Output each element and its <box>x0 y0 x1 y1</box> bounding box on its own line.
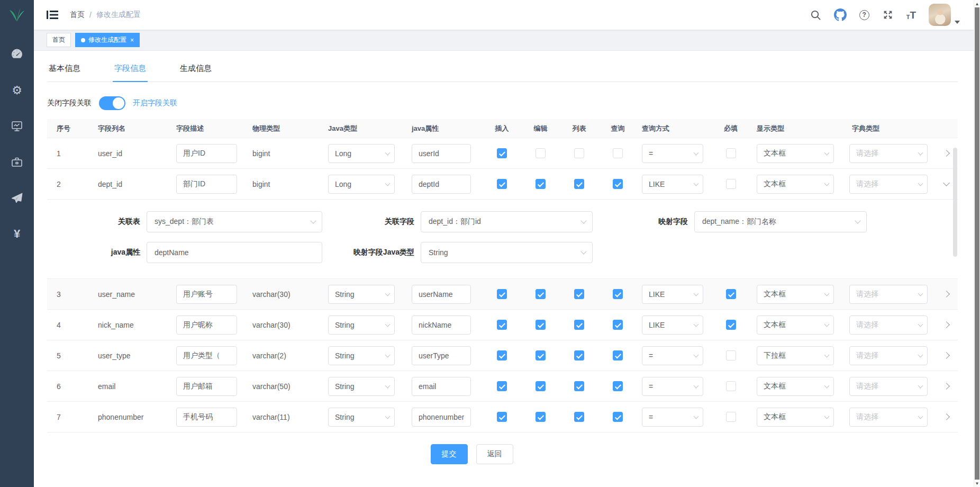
list-checkbox[interactable] <box>574 350 584 360</box>
field-desc-input[interactable] <box>176 144 237 163</box>
list-checkbox[interactable] <box>574 381 584 391</box>
query-checkbox[interactable] <box>613 412 623 422</box>
sidebar-item-monitor[interactable] <box>0 108 34 144</box>
list-checkbox[interactable] <box>574 412 584 422</box>
back-button[interactable]: 返回 <box>476 444 513 464</box>
java-attr-input[interactable] <box>412 377 471 396</box>
scroll-up-icon[interactable]: ▲ <box>974 0 980 7</box>
query-mode-select[interactable]: = <box>642 408 703 427</box>
required-checkbox[interactable] <box>726 381 736 391</box>
submit-button[interactable]: 提交 <box>431 444 468 464</box>
relation-field-select[interactable]: dept_id：部门id <box>421 211 593 232</box>
github-icon[interactable] <box>834 8 847 21</box>
breadcrumb-home[interactable]: 首页 <box>70 10 85 20</box>
app-logo[interactable] <box>0 0 34 30</box>
tab-basic-info[interactable]: 基本信息 <box>47 64 82 82</box>
display-type-select[interactable]: 文本框 <box>757 175 834 194</box>
query-checkbox[interactable] <box>613 148 623 158</box>
insert-checkbox[interactable] <box>497 148 507 158</box>
help-icon[interactable]: ? <box>859 10 869 20</box>
insert-checkbox[interactable] <box>497 320 507 330</box>
close-icon[interactable]: × <box>130 37 134 44</box>
java-attr-input[interactable] <box>412 315 471 335</box>
display-type-select[interactable]: 文本框 <box>757 144 834 163</box>
edit-checkbox[interactable] <box>536 148 546 158</box>
display-type-select[interactable]: 文本框 <box>757 285 834 304</box>
display-type-select[interactable]: 下拉框 <box>757 346 834 365</box>
required-checkbox[interactable] <box>726 320 736 330</box>
dict-type-select[interactable]: 请选择 <box>849 315 928 335</box>
field-desc-input[interactable] <box>176 346 237 365</box>
expand-row-icon[interactable] <box>943 179 950 186</box>
java-attr-input[interactable] <box>412 175 471 194</box>
required-checkbox[interactable] <box>726 350 736 360</box>
java-type-select[interactable]: String <box>328 377 395 396</box>
search-icon[interactable] <box>810 10 821 21</box>
required-checkbox[interactable] <box>726 179 736 189</box>
dict-type-select[interactable]: 请选择 <box>849 346 928 365</box>
java-attr-input[interactable] <box>412 285 471 304</box>
java-type-select[interactable]: String <box>328 408 395 427</box>
sidebar-item-tool[interactable] <box>0 144 34 180</box>
required-checkbox[interactable] <box>726 148 736 158</box>
scroll-down-icon[interactable]: ▼ <box>974 480 980 487</box>
edit-checkbox[interactable] <box>536 320 546 330</box>
association-toggle[interactable] <box>99 96 125 110</box>
list-checkbox[interactable] <box>574 320 584 330</box>
fullscreen-icon[interactable] <box>882 9 894 21</box>
edit-checkbox[interactable] <box>536 289 546 299</box>
dict-type-select[interactable]: 请选择 <box>849 408 928 427</box>
java-type-select[interactable]: String <box>328 346 395 365</box>
sidebar-item-pay[interactable]: ¥ <box>0 216 34 252</box>
relation-table-select[interactable]: sys_dept：部门表 <box>147 211 322 232</box>
expand-row-icon[interactable] <box>943 352 950 359</box>
query-mode-select[interactable]: = <box>642 377 703 396</box>
list-checkbox[interactable] <box>574 289 584 299</box>
java-type-select[interactable]: Long <box>328 144 395 163</box>
query-mode-select[interactable]: = <box>642 346 703 365</box>
field-desc-input[interactable] <box>176 285 237 304</box>
expand-row-icon[interactable] <box>943 150 950 157</box>
java-type-select[interactable]: Long <box>328 175 395 194</box>
query-checkbox[interactable] <box>613 289 623 299</box>
dict-type-select[interactable]: 请选择 <box>849 144 928 163</box>
java-type-select[interactable]: String <box>328 315 395 335</box>
sidebar-toggle-button[interactable] <box>42 5 62 24</box>
mapping-java-type-select[interactable]: String <box>421 242 593 263</box>
font-size-icon[interactable]: TT <box>906 10 916 20</box>
expand-row-icon[interactable] <box>943 413 950 420</box>
field-desc-input[interactable] <box>176 408 237 427</box>
query-checkbox[interactable] <box>613 381 623 391</box>
java-attr-input[interactable] <box>412 144 471 163</box>
query-checkbox[interactable] <box>613 350 623 360</box>
query-mode-select[interactable]: = <box>642 144 703 163</box>
field-desc-input[interactable] <box>176 175 237 194</box>
insert-checkbox[interactable] <box>497 381 507 391</box>
tab-field-info[interactable]: 字段信息 <box>113 64 148 82</box>
java-attr-input[interactable] <box>412 408 471 427</box>
expand-row-icon[interactable] <box>943 383 950 390</box>
mapping-field-select[interactable]: dept_name：部门名称 <box>694 211 867 232</box>
required-checkbox[interactable] <box>726 412 736 422</box>
query-checkbox[interactable] <box>613 320 623 330</box>
tag-home[interactable]: 首页 <box>47 33 71 47</box>
sidebar-item-guide[interactable] <box>0 180 34 216</box>
insert-checkbox[interactable] <box>497 412 507 422</box>
tab-generate-info[interactable]: 生成信息 <box>178 64 213 82</box>
tag-current[interactable]: 修改生成配置 × <box>75 33 140 47</box>
java-type-select[interactable]: String <box>328 285 395 304</box>
field-desc-input[interactable] <box>176 377 237 396</box>
dict-type-select[interactable]: 请选择 <box>849 285 928 304</box>
dict-type-select[interactable]: 请选择 <box>849 377 928 396</box>
edit-checkbox[interactable] <box>536 381 546 391</box>
expand-row-icon[interactable] <box>943 321 950 328</box>
query-mode-select[interactable]: LIKE <box>642 315 703 335</box>
sidebar-item-dashboard[interactable] <box>0 36 34 72</box>
query-checkbox[interactable] <box>613 179 623 189</box>
avatar[interactable] <box>929 4 951 26</box>
list-checkbox[interactable] <box>574 179 584 189</box>
required-checkbox[interactable] <box>726 289 736 299</box>
insert-checkbox[interactable] <box>497 179 507 189</box>
query-mode-select[interactable]: LIKE <box>642 285 703 304</box>
display-type-select[interactable]: 文本框 <box>757 377 834 396</box>
